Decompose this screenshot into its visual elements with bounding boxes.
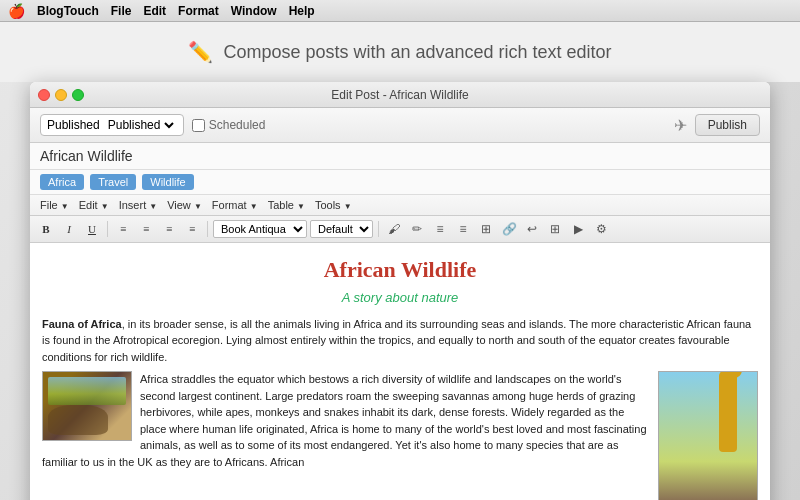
post-title-area [30, 143, 770, 170]
link-icon[interactable]: 🔗 [499, 219, 519, 239]
minimize-button[interactable] [55, 89, 67, 101]
underline-button[interactable]: U [82, 219, 102, 239]
mac-menubar: 🍎 BlogTouch File Edit Format Window Help [0, 0, 800, 22]
list-numbered-icon[interactable]: ≡ [453, 219, 473, 239]
body-intro-text: , in its broader sense, is all the anima… [42, 318, 751, 363]
settings-icon[interactable]: ⚙ [591, 219, 611, 239]
menu-blogtough[interactable]: BlogTouch [37, 4, 99, 18]
font-family-select[interactable]: Book Antiqua [213, 220, 307, 238]
bold-button[interactable]: B [36, 219, 56, 239]
italic-button[interactable]: I [59, 219, 79, 239]
format-toolbar: B I U ≡ ≡ ≡ ≡ Book Antiqua Default 🖌 ✏ ≡… [30, 216, 770, 243]
traffic-lights [38, 89, 84, 101]
align-left-button[interactable]: ≡ [113, 219, 133, 239]
giraffe-neck [719, 372, 737, 452]
editor-menu-view[interactable]: View ▼ [163, 197, 206, 213]
main-window: Edit Post - African Wildlife Published P… [30, 82, 770, 500]
window-title: Edit Post - African Wildlife [331, 88, 468, 102]
fullscreen-button[interactable] [72, 89, 84, 101]
status-select-wrapper[interactable]: Published Published Draft Pending [40, 114, 184, 136]
align-justify-button[interactable]: ≡ [182, 219, 202, 239]
close-button[interactable] [38, 89, 50, 101]
table-icon[interactable]: ⊞ [545, 219, 565, 239]
hero-text: Compose posts with an advanced rich text… [223, 42, 611, 63]
wildlife-image-giraffe [658, 371, 758, 500]
indent-icon[interactable]: ⊞ [476, 219, 496, 239]
scheduled-checkbox-area[interactable]: Scheduled [192, 118, 266, 132]
editor-menu-format[interactable]: Format ▼ [208, 197, 262, 213]
status-label: Published [47, 118, 100, 132]
text-color-icon[interactable]: 🖌 [384, 219, 404, 239]
tags-area: Africa Travel Wildlife [30, 170, 770, 195]
align-center-button[interactable]: ≡ [136, 219, 156, 239]
wildlife-image-1 [42, 371, 132, 441]
post-title-input[interactable] [40, 148, 340, 164]
editor-menu-edit[interactable]: Edit ▼ [75, 197, 113, 213]
menu-format[interactable]: Format [178, 4, 219, 18]
editor-menu-file[interactable]: File ▼ [36, 197, 73, 213]
article-body: Fauna of Africa, in its broader sense, i… [42, 316, 758, 501]
window-toolbar: Published Published Draft Pending Schedu… [30, 108, 770, 143]
fauna-bold: Fauna of Africa [42, 318, 122, 330]
scheduled-checkbox[interactable] [192, 119, 205, 132]
animal-shape-1 [48, 405, 108, 435]
menu-edit[interactable]: Edit [143, 4, 166, 18]
editor-menubar: File ▼ Edit ▼ Insert ▼ View ▼ Format ▼ T… [30, 195, 770, 216]
send-icon[interactable]: ✈ [674, 116, 687, 135]
tag-wildlife[interactable]: Wildlife [142, 174, 193, 190]
editor-menu-insert[interactable]: Insert ▼ [115, 197, 162, 213]
tag-travel[interactable]: Travel [90, 174, 136, 190]
menu-help[interactable]: Help [289, 4, 315, 18]
menu-file[interactable]: File [111, 4, 132, 18]
list-bullet-icon[interactable]: ≡ [430, 219, 450, 239]
separator-1 [107, 221, 108, 237]
separator-2 [207, 221, 208, 237]
titlebar: Edit Post - African Wildlife [30, 82, 770, 108]
media-icon[interactable]: ▶ [568, 219, 588, 239]
separator-3 [378, 221, 379, 237]
scheduled-label: Scheduled [209, 118, 266, 132]
body-para1-text: Africa straddles the equator which besto… [42, 371, 758, 470]
article-subtitle: A story about nature [42, 288, 758, 308]
highlight-icon[interactable]: ✏ [407, 219, 427, 239]
publish-button[interactable]: Publish [695, 114, 760, 136]
article-title: African Wildlife [42, 253, 758, 286]
pencil-icon: ✏️ [188, 40, 213, 64]
tag-africa[interactable]: Africa [40, 174, 84, 190]
editor-content[interactable]: African Wildlife A story about nature Fa… [30, 243, 770, 500]
menu-window[interactable]: Window [231, 4, 277, 18]
undo-icon[interactable]: ↩ [522, 219, 542, 239]
apple-logo-icon: 🍎 [8, 3, 25, 19]
editor-menu-tools[interactable]: Tools ▼ [311, 197, 356, 213]
hero-area: ✏️ Compose posts with an advanced rich t… [0, 22, 800, 82]
editor-menu-table[interactable]: Table ▼ [264, 197, 309, 213]
font-size-select[interactable]: Default [310, 220, 373, 238]
status-dropdown[interactable]: Published Draft Pending [104, 117, 177, 133]
align-right-button[interactable]: ≡ [159, 219, 179, 239]
